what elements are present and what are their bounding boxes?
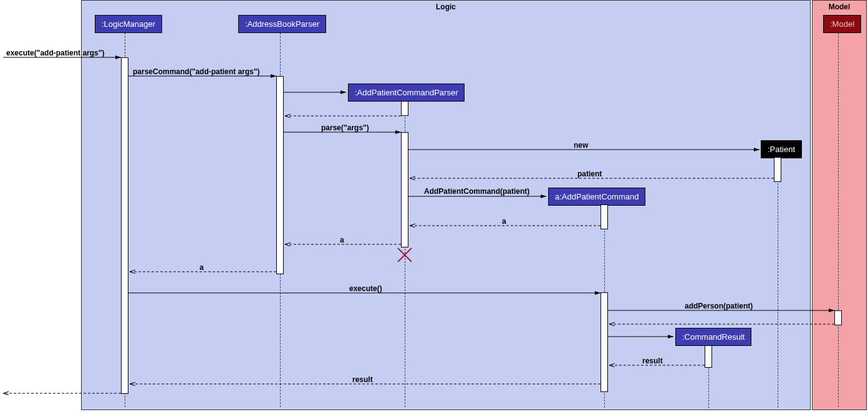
arrows-svg [0,0,868,412]
destruction-x-icon [398,248,412,262]
